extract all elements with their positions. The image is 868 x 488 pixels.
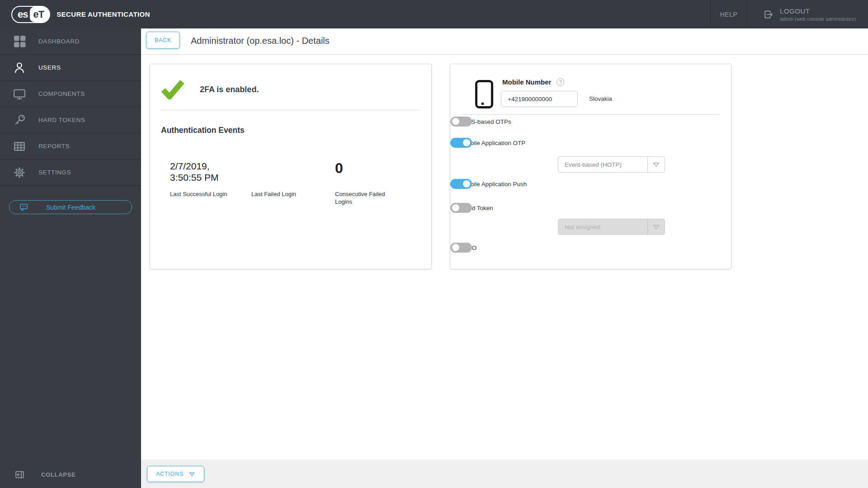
hard-tokens-icon [13, 113, 26, 127]
sidebar-item-components[interactable]: COMPONENTS [0, 81, 141, 107]
hard-token-value: Not assigned [558, 224, 647, 230]
auth-events-stats: 2/7/2019, 3:50:55 PM Last Successful Log… [170, 160, 407, 206]
stat-last-failed-login: Last Failed Login [251, 160, 335, 206]
back-button[interactable]: BACK [146, 32, 180, 49]
country-label: Slovakia [589, 91, 612, 107]
otp-type-dropdown[interactable]: Event-based (HOTP) [558, 156, 665, 173]
content-header: BACK Administrator (op.esa.loc) - Detail… [141, 28, 868, 55]
logout-button[interactable]: LOGOUT admin (web console administrator) [747, 0, 868, 28]
hard-token-toggle[interactable] [450, 203, 472, 213]
stat-label: Last Successful Login [170, 190, 228, 198]
phone-home-button [481, 103, 484, 105]
stat-consecutive-failed-logins: 0 Consecutive Failed Logins [335, 160, 407, 206]
page-title: Administrator (op.esa.loc) - Details [191, 36, 330, 46]
logout-label: LOGOUT [780, 7, 856, 15]
sidebar-item-label: USERS [38, 64, 61, 71]
divider [462, 114, 720, 115]
chevron-down-icon [189, 472, 195, 477]
users-icon [13, 61, 26, 75]
sidebar-item-label: COMPONENTS [38, 90, 85, 97]
submit-feedback-label: Submit Feedback [46, 204, 95, 211]
auth-events-title: Authentication Events [161, 126, 245, 135]
2fa-status-row: 2FA is enabled. [161, 80, 259, 99]
dashboard-icon [13, 35, 26, 48]
logout-user-info: admin (web console administrator) [780, 16, 856, 22]
toggle-knob [463, 139, 470, 146]
sidebar-item-settings[interactable]: SETTINGS [0, 160, 141, 186]
phone-icon [475, 80, 493, 108]
submit-feedback-button[interactable]: Submit Feedback [9, 200, 132, 214]
components-icon [13, 87, 26, 101]
main-content: BACK Administrator (op.esa.loc) - Detail… [141, 28, 868, 488]
chevron-down-icon [652, 162, 660, 168]
stat-label: Last Failed Login [251, 190, 309, 198]
sidebar-item-label: REPORTS [38, 143, 70, 150]
fido-toggle[interactable] [450, 243, 472, 253]
collapse-icon [15, 470, 24, 479]
mobile-number-title-row: Mobile Number ? [502, 78, 564, 86]
stat-value: 0 [335, 160, 393, 190]
logout-icon [763, 9, 774, 20]
toggle-knob [452, 118, 459, 125]
mobile-number-title: Mobile Number [502, 78, 551, 86]
mobile-app-push-toggle[interactable] [450, 179, 472, 189]
check-icon [161, 80, 184, 99]
topbar-right: HELP LOGOUT admin (web console administr… [710, 0, 868, 28]
sidebar: DASHBOARD USERS COMPONENTS [0, 28, 141, 488]
actions-label: ACTIONS [156, 471, 184, 477]
settings-icon [13, 166, 26, 179]
otp-type-value: Event-based (HOTP) [558, 161, 647, 168]
help-button[interactable]: HELP [711, 0, 747, 28]
sidebar-item-label: HARD TOKENS [38, 117, 85, 123]
stat-last-successful-login: 2/7/2019, 3:50:55 PM Last Successful Log… [170, 160, 251, 206]
stat-label: Consecutive Failed Logins [335, 190, 393, 206]
sidebar-item-hard-tokens[interactable]: HARD TOKENS [0, 107, 141, 133]
collapse-sidebar-button[interactable]: COLLAPSE [0, 467, 141, 482]
actions-button[interactable]: ACTIONS [147, 466, 204, 482]
2fa-status-card: 2FA is enabled. Authentication Events 2/… [150, 64, 432, 269]
token-settings-card: Mobile Number ? Slovakia SMS-based OTPs … [450, 64, 731, 269]
sidebar-item-label: SETTINGS [38, 169, 71, 176]
sidebar-item-label: DASHBOARD [38, 38, 80, 45]
collapse-label: COLLAPSE [41, 471, 75, 478]
help-circle-icon[interactable]: ? [557, 78, 564, 86]
topbar: es eT ® SECURE AUTHENTICATION HELP LOGOU… [0, 0, 868, 28]
stat-value: 2/7/2019, 3:50:55 PM [170, 160, 228, 190]
toggle-knob [452, 204, 459, 211]
eset-logo-text-right: eT [30, 7, 49, 22]
feedback-bubble-icon [19, 203, 28, 211]
chevron-down-icon [652, 224, 660, 230]
dropdown-button[interactable] [647, 157, 665, 172]
eset-logo: es eT ® [11, 6, 50, 23]
app-title: SECURE AUTHENTICATION [57, 10, 150, 18]
mobile-number-input[interactable] [501, 91, 578, 107]
sidebar-item-reports[interactable]: REPORTS [0, 133, 141, 160]
reports-icon [13, 140, 26, 153]
dropdown-button [647, 219, 665, 235]
mobile-app-otp-toggle[interactable] [450, 138, 472, 148]
2fa-status-text: 2FA is enabled. [200, 85, 259, 94]
stat-value [251, 160, 309, 190]
sms-otp-toggle[interactable] [450, 117, 472, 127]
toggle-knob [452, 244, 459, 251]
sidebar-item-users[interactable]: USERS [0, 55, 141, 81]
footer-action-bar: ACTIONS [141, 460, 868, 488]
divider [161, 110, 420, 110]
logout-texts: LOGOUT admin (web console administrator) [780, 7, 856, 22]
sidebar-item-dashboard[interactable]: DASHBOARD [0, 28, 141, 55]
toggle-knob [463, 180, 470, 188]
hard-token-dropdown: Not assigned [558, 219, 665, 235]
eset-logo-text-left: es [12, 7, 30, 22]
